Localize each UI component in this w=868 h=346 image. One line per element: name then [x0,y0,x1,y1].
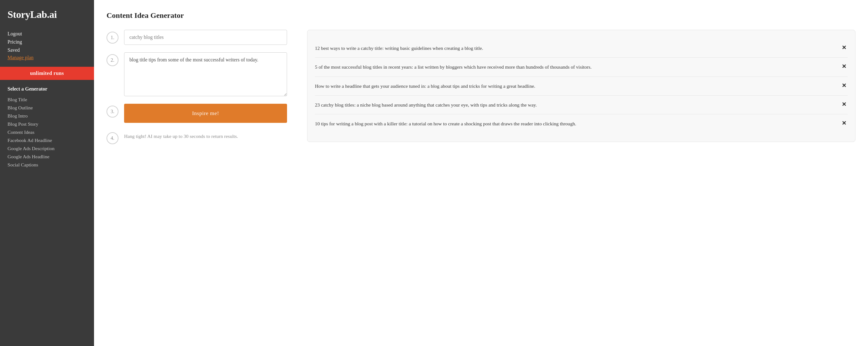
description-textarea[interactable]: blog title tips from some of the most su… [124,52,287,96]
nav-pricing[interactable]: Pricing [7,38,87,45]
result-text-2: 5 of the most successful blog titles in … [315,63,835,70]
step-1-row: 1. [106,30,294,45]
generator-facebook-ad-headline[interactable]: Facebook Ad Headline [7,136,52,145]
result-text-4: 23 catchy blog titles: a niche blog base… [315,101,835,108]
generator-section: Select a Generator Blog Title Blog Outli… [0,80,94,171]
step-3-row: 3. Inspire me! [106,104,294,123]
nav-manage-plan[interactable]: Manage plan [7,55,87,61]
step-2-circle: 2. [106,54,119,66]
result-close-3[interactable]: ✕ [840,83,848,89]
step-2-row: 2. blog title tips from some of the most… [106,52,294,96]
result-close-4[interactable]: ✕ [840,101,848,108]
generator-blog-post-story[interactable]: Blog Post Story [7,120,38,128]
sidebar-logo: StoryLab.ai [0,0,94,28]
result-close-5[interactable]: ✕ [840,120,848,127]
form-col: 1. 2. blog title tips from some of the m… [106,30,294,152]
step-4-row: 4. Hang tight! AI may take up to 30 seco… [106,130,294,144]
sidebar-nav: Logout Pricing Saved Manage plan [0,28,94,65]
results-panel: 12 best ways to write a catchy title: wr… [307,30,856,142]
result-text-1: 12 best ways to write a catchy title: wr… [315,44,835,52]
generator-blog-intro[interactable]: Blog Intro [7,112,28,120]
result-item-5: 10 tips for writing a blog post with a k… [315,115,848,133]
result-close-1[interactable]: ✕ [840,44,848,51]
generator-google-ads-headline[interactable]: Google Ads Headline [7,153,50,161]
result-text-5: 10 tips for writing a blog post with a k… [315,120,835,127]
result-item-3: How to write a headline that gets your a… [315,77,848,96]
generator-content-ideas[interactable]: Content Ideas [7,128,34,136]
generator-blog-title[interactable]: Blog Title [7,96,27,104]
step-1-circle: 1. [106,32,119,43]
page-title: Content Idea Generator [106,11,856,20]
generator-section-title: Select a Generator [7,86,87,92]
main-content: Content Idea Generator 1. 2. blog title … [94,0,868,346]
topic-input[interactable] [124,30,287,45]
step-3-circle: 3. [106,105,119,118]
generator-blog-outline[interactable]: Blog Outline [7,104,33,112]
result-text-3: How to write a headline that gets your a… [315,83,835,90]
nav-logout[interactable]: Logout [7,30,87,37]
step-4-circle: 4. [106,132,119,144]
inspire-button[interactable]: Inspire me! [124,104,287,123]
wait-hint: Hang tight! AI may take up to 30 seconds… [124,130,287,142]
result-item-4: 23 catchy blog titles: a niche blog base… [315,96,848,115]
result-close-2[interactable]: ✕ [840,63,848,70]
generator-google-ads-description[interactable]: Google Ads Description [7,145,55,153]
content-wrapper: 1. 2. blog title tips from some of the m… [106,30,856,152]
result-item-1: 12 best ways to write a catchy title: wr… [315,39,848,58]
result-item-2: 5 of the most successful blog titles in … [315,58,848,76]
unlimited-badge: unlimited runs [0,67,94,80]
sidebar: StoryLab.ai Logout Pricing Saved Manage … [0,0,94,346]
logo-text: StoryLab.ai [7,9,57,20]
nav-saved[interactable]: Saved [7,47,87,54]
generator-social-captions[interactable]: Social Captions [7,161,38,169]
